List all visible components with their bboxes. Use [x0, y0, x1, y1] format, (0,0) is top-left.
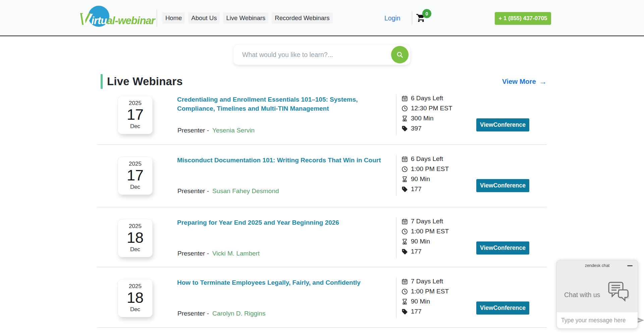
presenter-label: Presenter -: [177, 127, 209, 134]
search-icon: [396, 51, 404, 58]
phone-number-button[interactable]: + 1 (855) 437-0705: [495, 12, 551, 25]
days-left: 7 Days Left: [411, 218, 443, 225]
duration: 300 Min: [411, 115, 434, 122]
webinar-row: 2025 18 Dec How to Terminate Employees L…: [97, 267, 547, 328]
logo-suffix: al-webinar: [107, 15, 155, 26]
webinar-id: 177: [411, 308, 422, 315]
vertical-divider: [396, 217, 396, 258]
calendar-icon: [401, 278, 408, 285]
webinar-title-link[interactable]: How to Terminate Employees Legally, Fair…: [177, 278, 396, 287]
site-logo[interactable]: Virtual-webinar: [80, 3, 158, 31]
search-button[interactable]: [391, 46, 409, 63]
chat-input-bar: [557, 312, 638, 328]
view-conference-button[interactable]: ViewConference: [476, 301, 529, 315]
chat-greeting: Chat with us: [564, 291, 600, 299]
hourglass-icon: [401, 298, 408, 305]
webinar-month: Dec: [118, 306, 152, 313]
start-time: 1:00 PM EST: [411, 288, 449, 295]
calendar-icon: [401, 95, 408, 102]
time-line: 1:00 PM EST: [401, 164, 449, 174]
presenter-line: Presenter -Vicki M. Lambert: [177, 250, 260, 257]
presenter-name-link[interactable]: Yesenia Servin: [212, 127, 255, 134]
days-left: 7 Days Left: [411, 278, 443, 285]
webinar-month: Dec: [118, 184, 152, 190]
chat-brand-label: zendesk chat: [557, 260, 638, 268]
webinar-id: 177: [411, 185, 422, 193]
view-conference-button[interactable]: ViewConference: [476, 241, 529, 255]
webinar-month: Dec: [118, 123, 152, 130]
view-conference-button[interactable]: ViewConference: [476, 118, 529, 131]
webinar-year: 2025: [118, 161, 152, 167]
presenter-name-link[interactable]: Vicki M. Lambert: [212, 250, 260, 257]
webinar-meta: 6 Days Left 1:00 PM EST 90 Min 177: [401, 154, 449, 194]
presenter-name-link[interactable]: Carolyn D. Riggins: [212, 310, 265, 317]
duration-line: 90 Min: [401, 296, 449, 307]
minimize-icon[interactable]: [627, 265, 633, 266]
chat-message-input[interactable]: [561, 317, 637, 324]
webinar-main: How to Terminate Employees Legally, Fair…: [177, 278, 396, 318]
clock-icon: [401, 105, 408, 112]
search-input[interactable]: [242, 48, 376, 61]
time-line: 1:00 PM EST: [401, 286, 449, 296]
webinar-title-link[interactable]: Credentialing and Enrollment Essentials …: [177, 95, 396, 113]
tag-icon: [401, 309, 408, 315]
time-line: 12:30 PM EST: [401, 103, 452, 113]
zendesk-chat-widget: zendesk chat Chat with us: [556, 260, 638, 329]
search-bar: [233, 45, 410, 65]
duration: 90 Min: [411, 238, 430, 245]
nav-item-about-us[interactable]: About Us: [188, 12, 220, 24]
days-left-line: 6 Days Left: [401, 93, 452, 103]
view-conference-button[interactable]: ViewConference: [476, 179, 529, 192]
duration-line: 90 Min: [401, 174, 449, 184]
webinar-id: 177: [411, 248, 422, 255]
webinar-year: 2025: [118, 100, 152, 107]
cart-button[interactable]: 0: [416, 13, 427, 24]
webinar-id: 397: [411, 125, 422, 132]
webinar-title-link[interactable]: Preparing for Year End 2025 and Year Beg…: [177, 218, 396, 227]
webinar-main: Credentialing and Enrollment Essentials …: [177, 95, 396, 135]
price-line: 397: [401, 123, 452, 133]
calendar-icon: [401, 218, 408, 225]
clock-icon: [401, 228, 408, 235]
presenter-name-link[interactable]: Susan Fahey Desmond: [212, 187, 279, 195]
nav-item-home[interactable]: Home: [162, 12, 185, 24]
webinar-row: 2025 17 Dec Credentialing and Enrollment…: [97, 84, 547, 145]
webinar-title-link[interactable]: Misconduct Documentation 101: Writing Re…: [177, 156, 396, 165]
header-divider: [157, 9, 157, 27]
main-nav: Home About Us Live Webinars Recorded Web…: [162, 12, 333, 24]
presenter-line: Presenter -Susan Fahey Desmond: [177, 187, 279, 195]
webinar-main: Misconduct Documentation 101: Writing Re…: [177, 156, 396, 196]
vertical-divider: [396, 155, 396, 196]
tag-icon: [401, 248, 408, 255]
tag-icon: [401, 125, 408, 132]
nav-item-recorded-webinars[interactable]: Recorded Webinars: [272, 12, 332, 24]
date-card: 2025 18 Dec: [118, 219, 152, 257]
clock-icon: [401, 288, 408, 295]
hourglass-icon: [401, 176, 408, 182]
start-time: 1:00 PM EST: [411, 165, 449, 173]
send-icon[interactable]: [637, 316, 644, 324]
webinar-day: 17: [118, 167, 152, 184]
days-left-line: 6 Days Left: [401, 154, 449, 164]
presenter-label: Presenter -: [177, 250, 209, 257]
presenter-label: Presenter -: [177, 310, 209, 317]
start-time: 12:30 PM EST: [411, 105, 452, 112]
presenter-line: Presenter -Yesenia Servin: [177, 127, 255, 134]
login-link[interactable]: Login: [384, 14, 400, 22]
presenter-line: Presenter -Carolyn D. Riggins: [177, 310, 265, 317]
date-card: 2025 17 Dec: [118, 157, 152, 195]
duration: 90 Min: [411, 298, 430, 305]
vertical-divider: [396, 277, 396, 318]
webinar-day: 18: [118, 230, 152, 246]
logo-letter-v: V: [80, 10, 91, 29]
clock-icon: [401, 166, 408, 172]
date-card: 2025 17 Dec: [118, 96, 152, 134]
days-left-line: 7 Days Left: [401, 216, 449, 226]
nav-item-live-webinars[interactable]: Live Webinars: [223, 12, 268, 24]
duration-line: 90 Min: [401, 236, 449, 246]
duration: 90 Min: [411, 175, 430, 183]
tag-icon: [401, 186, 408, 192]
time-line: 1:00 PM EST: [401, 226, 449, 236]
days-left: 6 Days Left: [411, 155, 443, 163]
logo-text: Virtual-webinar: [80, 9, 155, 28]
